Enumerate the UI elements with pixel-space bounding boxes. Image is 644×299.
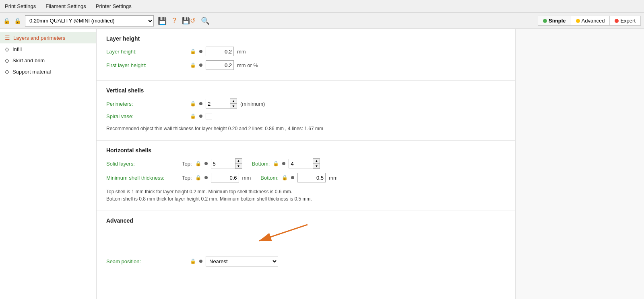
min-thickness-top-label: Top: xyxy=(182,175,192,181)
expert-dot xyxy=(615,19,619,23)
main-layout: ☰ Layers and perimeters ◇ Infill ◇ Skirt… xyxy=(0,29,644,299)
sidebar-item-layers[interactable]: ☰ Layers and perimeters xyxy=(0,32,96,43)
horizontal-shells-section: Horizontal shells Solid layers: Top: 🔒 ▲… xyxy=(97,141,515,211)
perimeters-lock[interactable]: 🔒 xyxy=(190,101,196,106)
layer-height-row: Layer height: 🔒 mm xyxy=(106,47,506,56)
spiral-vase-label: Spiral vase: xyxy=(106,113,187,119)
perimeters-label: Perimeters: xyxy=(106,101,187,107)
content-area: Layer height Layer height: 🔒 mm First la… xyxy=(97,29,515,299)
min-thickness-top-lock[interactable]: 🔒 xyxy=(195,175,201,180)
sidebar-item-infill-label: Infill xyxy=(12,46,22,52)
perimeters-row: Perimeters: 🔒 ▲ ▼ (minimum) xyxy=(106,98,506,109)
perimeters-spinner: ▲ ▼ xyxy=(206,98,237,109)
advanced-section: Advanced Seam position: 🔒 Nearest xyxy=(97,211,515,277)
first-layer-height-label: First layer height: xyxy=(106,62,187,68)
mode-advanced-button[interactable]: Advanced xyxy=(571,16,610,25)
solid-layers-row: Solid layers: Top: 🔒 ▲ ▼ Bottom: 🔒 xyxy=(106,158,506,169)
layer-height-title: Layer height xyxy=(106,35,506,42)
horizontal-shells-info-line1: Top shell is 1 mm thick for layer height… xyxy=(106,189,292,195)
perimeters-input[interactable] xyxy=(206,99,230,109)
solid-layers-bottom-input[interactable] xyxy=(289,159,313,168)
solid-layers-bottom-dot xyxy=(282,162,285,165)
menu-bar: Print Settings Filament Settings Printer… xyxy=(0,0,644,13)
svg-line-1 xyxy=(259,225,308,241)
solid-layers-bottom-down[interactable]: ▼ xyxy=(313,164,320,168)
profile-select[interactable]: 0.20mm QUALITY @MINI (modified) xyxy=(25,15,154,27)
horizontal-shells-info-line2: Bottom shell is 0.8 mm thick for layer h… xyxy=(106,196,312,202)
advanced-dot xyxy=(576,19,580,23)
toolbar-left: 🔒 🔒 0.20mm QUALITY @MINI (modified) 💾 ? … xyxy=(3,15,535,27)
min-thickness-bottom-unit: mm xyxy=(329,175,338,181)
save-revert-icon[interactable]: 💾↺ xyxy=(180,16,197,25)
horizontal-shells-title: Horizontal shells xyxy=(106,147,506,154)
perimeters-up-button[interactable]: ▲ xyxy=(230,99,237,104)
min-thickness-bottom-lock[interactable]: 🔒 xyxy=(282,175,288,180)
solid-layers-bottom-spinner: ▲ ▼ xyxy=(289,158,320,169)
seam-position-label: Seam position: xyxy=(106,258,187,264)
arrow-annotation xyxy=(106,229,506,253)
min-shell-thickness-row: Minimum shell thickness: Top: 🔒 mm Botto… xyxy=(106,173,506,182)
vertical-shells-title: Vertical shells xyxy=(106,87,506,94)
skirt-icon: ◇ xyxy=(5,57,9,63)
first-layer-height-lock[interactable]: 🔒 xyxy=(190,62,196,68)
menu-print-settings[interactable]: Print Settings xyxy=(3,2,37,10)
solid-layers-top-lock[interactable]: 🔒 xyxy=(195,161,201,166)
arrow-svg xyxy=(227,221,388,245)
perimeters-dot xyxy=(199,102,202,105)
sidebar-item-skirt-label: Skirt and brim xyxy=(12,57,45,63)
min-thickness-bottom-label: Bottom: xyxy=(260,175,279,181)
infill-icon: ◇ xyxy=(5,46,9,52)
solid-layers-label: Solid layers: xyxy=(106,161,179,167)
seam-position-dot xyxy=(199,260,202,263)
seam-position-lock[interactable]: 🔒 xyxy=(190,258,196,264)
spiral-vase-checkbox[interactable] xyxy=(206,113,212,119)
first-layer-height-row: First layer height: 🔒 mm or % xyxy=(106,60,506,70)
menu-filament-settings[interactable]: Filament Settings xyxy=(44,2,87,10)
mode-expert-button[interactable]: Expert xyxy=(610,16,640,25)
save-icon[interactable]: 💾 xyxy=(156,16,168,26)
spiral-vase-row: Spiral vase: 🔒 xyxy=(106,113,506,119)
right-panel xyxy=(515,29,644,299)
min-thickness-top-dot xyxy=(204,176,208,179)
spiral-vase-lock[interactable]: 🔒 xyxy=(190,113,196,119)
toolbar: 🔒 🔒 0.20mm QUALITY @MINI (modified) 💾 ? … xyxy=(0,13,644,29)
min-thickness-top-input[interactable] xyxy=(211,173,239,182)
layer-height-label: Layer height: xyxy=(106,49,187,55)
first-layer-height-unit: mm or % xyxy=(237,62,258,68)
solid-layers-bottom-up[interactable]: ▲ xyxy=(313,159,320,164)
first-layer-height-dot xyxy=(199,63,202,67)
solid-layers-top-label: Top: xyxy=(182,161,192,167)
solid-layers-top-input[interactable] xyxy=(211,159,235,168)
help-icon[interactable]: ? xyxy=(171,16,178,26)
min-thickness-bottom-dot xyxy=(291,176,294,179)
first-layer-height-input[interactable] xyxy=(206,60,234,70)
lock-icon: 🔒 xyxy=(3,18,10,24)
sidebar-item-skirt[interactable]: ◇ Skirt and brim xyxy=(0,55,96,66)
mode-buttons: Simple Advanced Expert xyxy=(538,16,641,26)
seam-position-row: Seam position: 🔒 Nearest Aligned Rear Ra… xyxy=(106,256,506,266)
sidebar-item-infill[interactable]: ◇ Infill xyxy=(0,43,96,55)
simple-dot xyxy=(543,19,547,23)
mode-simple-button[interactable]: Simple xyxy=(538,16,571,25)
seam-position-select[interactable]: Nearest Aligned Rear Random xyxy=(206,256,278,266)
perimeters-down-button[interactable]: ▼ xyxy=(230,104,237,109)
menu-printer-settings[interactable]: Printer Settings xyxy=(94,2,133,10)
layer-height-lock[interactable]: 🔒 xyxy=(190,49,196,54)
lock2-icon: 🔒 xyxy=(12,17,23,25)
sidebar-item-support[interactable]: ◇ Support material xyxy=(0,66,96,77)
solid-layers-top-up[interactable]: ▲ xyxy=(235,159,242,164)
min-thickness-bottom-input[interactable] xyxy=(297,173,326,182)
vertical-shells-section: Vertical shells Perimeters: 🔒 ▲ ▼ (minim… xyxy=(97,81,515,141)
layer-height-section: Layer height Layer height: 🔒 mm First la… xyxy=(97,29,515,81)
horizontal-shells-info: Top shell is 1 mm thick for layer height… xyxy=(106,186,506,204)
layer-height-unit: mm xyxy=(237,49,246,55)
solid-layers-top-spinner-buttons: ▲ ▼ xyxy=(235,158,242,169)
perimeters-suffix: (minimum) xyxy=(240,101,265,107)
solid-layers-top-down[interactable]: ▼ xyxy=(235,164,242,168)
search-icon[interactable]: 🔍 xyxy=(199,16,211,26)
solid-layers-bottom-lock[interactable]: 🔒 xyxy=(273,161,279,166)
support-icon: ◇ xyxy=(5,68,9,75)
min-thickness-top-unit: mm xyxy=(242,175,251,181)
layer-height-input[interactable] xyxy=(206,47,234,56)
spiral-vase-dot xyxy=(199,115,202,118)
